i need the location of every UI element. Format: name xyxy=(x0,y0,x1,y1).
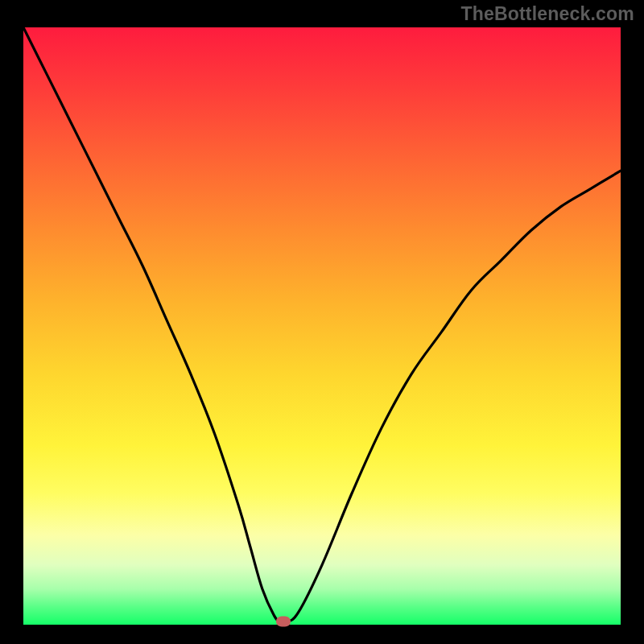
chart-frame: TheBottleneck.com xyxy=(0,0,644,644)
watermark-text: TheBottleneck.com xyxy=(460,3,634,25)
optimal-point-marker xyxy=(276,617,291,627)
bottleneck-curve xyxy=(23,27,621,625)
plot-area xyxy=(23,27,621,625)
